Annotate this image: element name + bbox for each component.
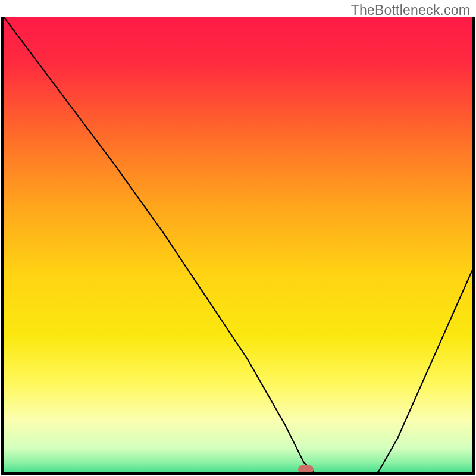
plot-area: [1, 17, 475, 475]
optimal-marker: [298, 465, 314, 474]
watermark-text: TheBottleneck.com: [351, 2, 470, 18]
chart-container: TheBottleneck.com: [0, 0, 476, 476]
bottleneck-curve: [4, 17, 472, 475]
